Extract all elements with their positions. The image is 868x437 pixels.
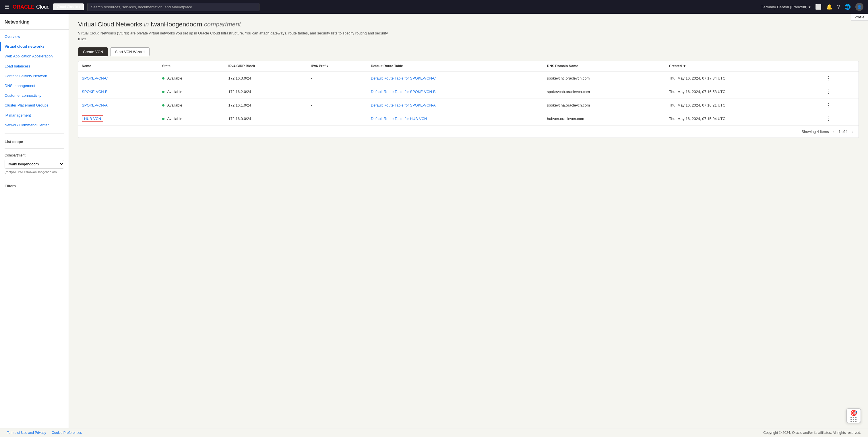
sidebar-item-customer-connectivity[interactable]: Customer connectivity	[0, 91, 69, 100]
sidebar-item-network-command-center[interactable]: Network Command Center	[0, 120, 69, 130]
vcn-name-link[interactable]: HUB-VCN	[82, 116, 103, 122]
compartment-path: (root)/NETWORK/IwanHoogendo orn	[0, 170, 69, 174]
state-dot-icon	[162, 104, 164, 106]
cloud-shell-icon[interactable]: ⬜	[815, 4, 822, 10]
cloud-classic-label: Cloud Classic ›	[57, 5, 80, 9]
vcn-name-link[interactable]: SPOKE-VCN-C	[82, 76, 107, 81]
page-info: 1 of 1	[838, 129, 848, 134]
col-ipv6[interactable]: IPv6 Prefix	[307, 61, 367, 71]
row-state: Available	[159, 85, 225, 98]
row-actions-button[interactable]: ⋮	[824, 88, 833, 95]
row-ipv4: 172.16.1.0/24	[225, 98, 307, 112]
state-text: Available	[167, 76, 183, 81]
compartment-select[interactable]: IwanHoogendoorn	[5, 160, 64, 168]
row-state: Available	[159, 98, 225, 112]
cloud-classic-button[interactable]: Cloud Classic ›	[53, 3, 84, 10]
col-route-table[interactable]: Default Route Table	[367, 61, 544, 71]
row-route-table: Default Route Table for SPOKE-VCN-B	[367, 85, 544, 98]
row-route-table: Default Route Table for HUB-VCN	[367, 112, 544, 125]
col-actions	[820, 61, 859, 71]
sidebar-item-cluster-placement-groups[interactable]: Cluster Placement Groups	[0, 100, 69, 110]
row-name: SPOKE-VCN-C	[79, 71, 159, 85]
row-ipv6: -	[307, 112, 367, 125]
row-name: SPOKE-VCN-B	[79, 85, 159, 98]
vcn-table: Name State IPv4 CIDR Block IPv6 Prefix D…	[79, 61, 859, 125]
row-actions: ⋮	[820, 112, 859, 125]
filters-label: Filters	[0, 182, 69, 189]
row-actions-button[interactable]: ⋮	[824, 101, 833, 109]
row-dns: hubvcn.oraclevcn.com	[544, 112, 665, 125]
table-row: SPOKE-VCN-A Available 172.16.1.0/24 - De…	[79, 98, 859, 112]
page-description: Virtual Cloud Networks (VCNs) are privat…	[78, 30, 394, 42]
compartment-label: Compartment	[0, 152, 69, 158]
col-state[interactable]: State	[159, 61, 225, 71]
row-ipv6: -	[307, 71, 367, 85]
user-avatar[interactable]: 👤	[856, 3, 863, 11]
create-vcn-button[interactable]: Create VCN	[78, 48, 108, 56]
region-selector[interactable]: Germany Central (Frankfurt) ▾	[761, 5, 811, 9]
route-table-link[interactable]: Default Route Table for HUB-VCN	[371, 117, 427, 121]
sidebar-item-web-application-acceleration[interactable]: Web Application Acceleration	[0, 52, 69, 61]
col-name[interactable]: Name	[79, 61, 159, 71]
state-dot-icon	[162, 118, 164, 120]
row-route-table: Default Route Table for SPOKE-VCN-A	[367, 98, 544, 112]
route-table-link[interactable]: Default Route Table for SPOKE-VCN-C	[371, 76, 436, 81]
row-created: Thu, May 16, 2024, 07:15:04 UTC	[665, 112, 820, 125]
language-icon[interactable]: 🌐	[844, 4, 851, 10]
state-text: Available	[167, 117, 183, 121]
row-created: Thu, May 16, 2024, 07:16:58 UTC	[665, 85, 820, 98]
search-bar[interactable]: Search resources, services, documentatio…	[87, 3, 259, 11]
chevron-down-icon: ▾	[809, 5, 811, 9]
footer: Terms of Use and Privacy Cookie Preferen…	[0, 428, 868, 437]
sidebar-item-content-delivery-network[interactable]: Content Delivery Network	[0, 71, 69, 81]
oracle-logo: ORACLE Cloud	[12, 4, 50, 10]
row-ipv4: 172.16.0.0/24	[225, 112, 307, 125]
action-buttons: Create VCN Start VCN Wizard	[78, 48, 859, 56]
sidebar-item-ip-management[interactable]: IP management	[0, 111, 69, 120]
sidebar-item-virtual-cloud-networks[interactable]: Virtual cloud networks	[0, 42, 69, 52]
row-state: Available	[159, 112, 225, 125]
main-content: Virtual Cloud Networks in IwanHoogendoor…	[69, 14, 868, 428]
table-row: HUB-VCN Available 172.16.0.0/24 - Defaul…	[79, 112, 859, 125]
row-actions-button[interactable]: ⋮	[824, 115, 833, 122]
row-actions: ⋮	[820, 85, 859, 98]
row-ipv6: -	[307, 85, 367, 98]
topnav-right-section: Germany Central (Frankfurt) ▾ ⬜ 🔔 ? 🌐 👤	[761, 3, 863, 11]
sidebar-item-load-balancers[interactable]: Load balancers	[0, 61, 69, 71]
vcn-name-link[interactable]: SPOKE-VCN-B	[82, 90, 107, 94]
help-icon[interactable]: ?	[837, 4, 840, 10]
row-dns: spokevcnc.oraclevcn.com	[544, 71, 665, 85]
row-name: SPOKE-VCN-A	[79, 98, 159, 112]
cloud-text: Cloud	[36, 4, 50, 10]
sidebar-item-overview[interactable]: Overview	[0, 32, 69, 42]
copyright-text: Copyright © 2024, Oracle and/or its affi…	[763, 431, 861, 435]
notifications-icon[interactable]: 🔔	[826, 4, 832, 10]
hamburger-menu-icon[interactable]: ☰	[5, 4, 9, 10]
cookie-link[interactable]: Cookie Preferences	[52, 431, 82, 435]
oracle-text: ORACLE	[12, 4, 34, 10]
pagination: Showing 4 items ‹ 1 of 1 ›	[79, 125, 859, 137]
terms-link[interactable]: Terms of Use and Privacy	[7, 431, 46, 435]
row-created: Thu, May 16, 2024, 07:17:34 UTC	[665, 71, 820, 85]
row-ipv6: -	[307, 98, 367, 112]
start-vcn-wizard-button[interactable]: Start VCN Wizard	[110, 48, 150, 56]
col-created[interactable]: Created ▼	[665, 61, 820, 71]
page-title-italic: in	[144, 21, 149, 28]
sort-desc-icon: ▼	[683, 64, 686, 68]
sidebar-item-dns-management[interactable]: DNS management	[0, 81, 69, 91]
route-table-link[interactable]: Default Route Table for SPOKE-VCN-A	[371, 103, 436, 107]
col-dns[interactable]: DNS Domain Name	[544, 61, 665, 71]
row-state: Available	[159, 71, 225, 85]
prev-page-button[interactable]: ‹	[831, 128, 836, 135]
state-text: Available	[167, 103, 183, 107]
col-ipv4[interactable]: IPv4 CIDR Block	[225, 61, 307, 71]
row-actions-button[interactable]: ⋮	[824, 74, 833, 82]
route-table-link[interactable]: Default Route Table for SPOKE-VCN-B	[371, 90, 436, 94]
page-title: Virtual Cloud Networks in IwanHoogendoor…	[78, 21, 859, 28]
table-row: SPOKE-VCN-B Available 172.16.2.0/24 - De…	[79, 85, 859, 98]
help-bubble[interactable]: 🎯	[846, 408, 861, 423]
sidebar-title: Networking	[0, 20, 69, 30]
next-page-button[interactable]: ›	[850, 128, 855, 135]
row-ipv4: 172.16.2.0/24	[225, 85, 307, 98]
vcn-name-link[interactable]: SPOKE-VCN-A	[82, 103, 107, 107]
